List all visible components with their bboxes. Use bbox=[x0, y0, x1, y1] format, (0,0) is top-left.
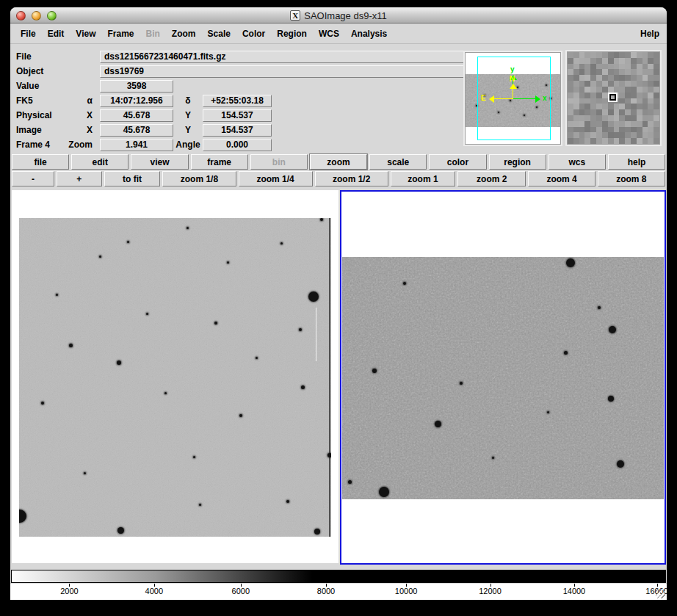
compass-north-arrowhead bbox=[510, 84, 517, 89]
menu-frame[interactable]: Frame bbox=[107, 29, 134, 39]
menu-zoom[interactable]: Zoom bbox=[172, 29, 196, 39]
colorbar-scale: 200040006000800010000120001400016000 bbox=[10, 584, 667, 600]
star bbox=[460, 382, 463, 385]
button-wcs[interactable]: wcs bbox=[549, 154, 606, 170]
menu-bin: Bin bbox=[146, 29, 160, 39]
menu-scale[interactable]: Scale bbox=[208, 29, 231, 39]
star bbox=[280, 242, 283, 244]
ra-value: 14:07:12.956 bbox=[100, 95, 173, 107]
star bbox=[608, 396, 614, 402]
menu-color[interactable]: Color bbox=[242, 29, 265, 39]
magnifier[interactable] bbox=[565, 50, 662, 146]
file-label: File bbox=[16, 51, 68, 62]
window-title-group: X SAOImage ds9-x11 bbox=[10, 7, 667, 23]
colorbar-tick-label: 10000 bbox=[395, 587, 418, 595]
star bbox=[379, 487, 389, 497]
star bbox=[56, 294, 58, 296]
star bbox=[99, 256, 101, 258]
menu-analysis[interactable]: Analysis bbox=[351, 29, 387, 39]
menu-view[interactable]: View bbox=[76, 29, 95, 39]
zoom-key: Zoom bbox=[68, 139, 100, 150]
button-frame[interactable]: frame bbox=[191, 154, 248, 170]
colorbar-tick-label: 2000 bbox=[60, 587, 78, 595]
physical-x-value: 45.678 bbox=[100, 109, 173, 122]
star bbox=[308, 291, 319, 302]
pixel-value: 3598 bbox=[100, 80, 173, 93]
colorbar-tick-label: 8000 bbox=[317, 587, 335, 595]
frame-3[interactable] bbox=[12, 190, 338, 563]
resize-grip[interactable] bbox=[656, 589, 665, 598]
menu-wcs[interactable]: WCS bbox=[319, 29, 339, 39]
button-zoom-4[interactable]: zoom 4 bbox=[528, 171, 595, 186]
button-edit[interactable]: edit bbox=[71, 154, 128, 170]
star bbox=[547, 411, 549, 413]
info-row-fk5: FK5 α 14:07:12.956 δ +52:55:03.18 bbox=[16, 93, 465, 108]
star bbox=[214, 322, 217, 325]
physical-y-label: Y bbox=[173, 110, 203, 120]
button-region[interactable]: region bbox=[489, 154, 546, 170]
image-x-value: 45.678 bbox=[100, 124, 173, 137]
compass-east-arrowhead bbox=[489, 95, 494, 103]
button-zoom-to-fit[interactable]: to fit bbox=[104, 171, 161, 186]
menu-region[interactable]: Region bbox=[277, 29, 307, 39]
menu-file[interactable]: File bbox=[21, 29, 36, 39]
button-zoom-in[interactable]: + bbox=[57, 171, 102, 186]
compass-east-arrow bbox=[494, 98, 513, 99]
info-row-physical: Physical X 45.678 Y 154.537 bbox=[16, 108, 465, 123]
button-file[interactable]: file bbox=[12, 154, 69, 170]
buttonbar-categories: file edit view frame bin zoom scale colo… bbox=[12, 154, 665, 170]
button-scale[interactable]: scale bbox=[369, 154, 427, 170]
buttonbar-zoom-actions: - + to fit zoom 1/8 zoom 1/4 zoom 1/2 zo… bbox=[12, 171, 665, 186]
alpha-symbol: α bbox=[68, 95, 100, 106]
image-y-label: Y bbox=[173, 125, 203, 135]
axis-x-label: x bbox=[543, 94, 547, 102]
colorbar-gradient[interactable] bbox=[11, 570, 666, 583]
physical-label: Physical bbox=[16, 110, 68, 120]
object-label: Object bbox=[16, 66, 68, 76]
x11-app-icon: X bbox=[290, 10, 300, 21]
frame-4-active[interactable] bbox=[340, 190, 666, 565]
frame-4-image[interactable] bbox=[342, 257, 664, 499]
compass-north-label: N bbox=[510, 75, 515, 83]
star bbox=[187, 227, 189, 229]
title-bar[interactable]: X SAOImage ds9-x11 bbox=[10, 7, 667, 23]
star bbox=[327, 453, 331, 457]
physical-x-label: X bbox=[68, 110, 100, 120]
button-zoom-out[interactable]: - bbox=[12, 171, 54, 186]
image-y-value: 154.537 bbox=[203, 124, 272, 137]
button-zoom-1-2[interactable]: zoom 1/2 bbox=[315, 171, 388, 186]
button-view[interactable]: view bbox=[131, 154, 188, 170]
button-zoom-1-8[interactable]: zoom 1/8 bbox=[162, 171, 236, 186]
delta-symbol: δ bbox=[173, 95, 203, 106]
coordinate-readout: File dss1215667231460471.fits.gz Object … bbox=[16, 49, 465, 152]
button-color[interactable]: color bbox=[429, 154, 486, 170]
colorbar-tick-label: 6000 bbox=[232, 587, 250, 595]
info-row-value: Value 3598 bbox=[16, 79, 465, 93]
star bbox=[41, 402, 44, 405]
menu-help[interactable]: Help bbox=[640, 29, 659, 39]
compass-north-arrow bbox=[513, 87, 513, 99]
star bbox=[617, 460, 624, 468]
button-zoom-1-4[interactable]: zoom 1/4 bbox=[239, 171, 313, 186]
button-help[interactable]: help bbox=[608, 154, 665, 170]
button-bin: bin bbox=[250, 154, 308, 170]
frame-3-image[interactable] bbox=[19, 218, 331, 537]
star bbox=[372, 369, 377, 373]
fk5-label: FK5 bbox=[16, 95, 68, 106]
panner[interactable]: y N x E bbox=[463, 51, 562, 146]
magnifier-pixel-cursor bbox=[609, 94, 616, 101]
star bbox=[286, 500, 289, 503]
star bbox=[299, 328, 302, 331]
angle-key: Angle bbox=[173, 139, 203, 150]
plate-scratch-line bbox=[316, 308, 316, 362]
button-zoom-2[interactable]: zoom 2 bbox=[457, 171, 526, 186]
frames-area bbox=[10, 187, 667, 566]
menu-edit[interactable]: Edit bbox=[48, 29, 65, 39]
value-label: Value bbox=[16, 81, 68, 91]
info-row-image: Image X 45.678 Y 154.537 bbox=[16, 123, 465, 137]
image-label: Image bbox=[16, 125, 68, 135]
button-zoom-8[interactable]: zoom 8 bbox=[598, 171, 665, 186]
button-zoom[interactable]: zoom bbox=[310, 154, 367, 170]
colorbar-tick-label: 14000 bbox=[563, 587, 586, 595]
button-zoom-1[interactable]: zoom 1 bbox=[391, 171, 455, 186]
